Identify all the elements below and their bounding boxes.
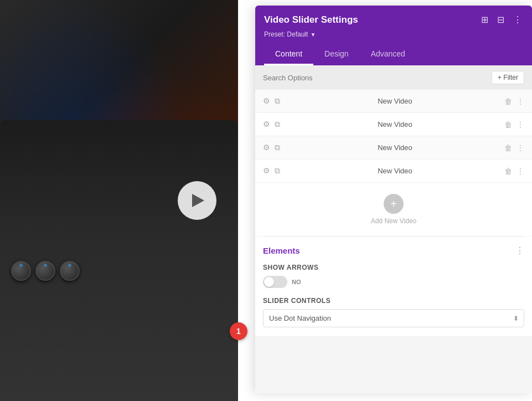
panel-menu-icon[interactable]: ⋮ bbox=[512, 13, 523, 26]
preset-arrow-icon[interactable]: ▼ bbox=[310, 32, 316, 38]
add-video-section: + Add New Video bbox=[255, 183, 532, 236]
video-item-label-3: New Video bbox=[286, 143, 504, 152]
slider-controls-label: Slider Controls bbox=[263, 297, 524, 305]
preset-row: Preset: Default ▼ bbox=[264, 30, 523, 38]
search-input-wrapper bbox=[263, 73, 492, 83]
badge: 1 bbox=[230, 322, 247, 340]
toggle-state-label: NO bbox=[292, 279, 301, 285]
copy-icon-3[interactable]: ⧉ bbox=[275, 143, 280, 152]
video-item-actions-1: 🗑 ⋮ bbox=[504, 97, 524, 106]
settings-icon-4[interactable]: ⚙ bbox=[263, 166, 270, 176]
tab-design[interactable]: Design bbox=[313, 44, 360, 65]
settings-icon-1[interactable]: ⚙ bbox=[263, 96, 270, 106]
preset-label: Preset: Default bbox=[264, 30, 308, 38]
resize-icon[interactable]: ⊞ bbox=[480, 13, 489, 26]
video-item-actions-4: 🗑 ⋮ bbox=[504, 167, 524, 176]
video-item-icons-1: ⚙ ⧉ bbox=[263, 96, 280, 106]
add-video-button[interactable]: + bbox=[384, 194, 404, 214]
elements-menu-icon[interactable]: ⋮ bbox=[515, 245, 524, 256]
more-icon-1[interactable]: ⋮ bbox=[516, 97, 524, 106]
knob-3 bbox=[60, 261, 80, 281]
video-item-icons-4: ⚙ ⧉ bbox=[263, 166, 280, 176]
panel-header: Video Slider Settings ⊞ ⊟ ⋮ Preset: Defa… bbox=[255, 6, 532, 65]
copy-icon-4[interactable]: ⧉ bbox=[275, 166, 280, 176]
video-list: ⚙ ⧉ New Video 🗑 ⋮ ⚙ ⧉ New Video 🗑 ⋮ bbox=[255, 90, 532, 183]
video-item-icons-3: ⚙ ⧉ bbox=[263, 143, 280, 152]
video-item-icons-2: ⚙ ⧉ bbox=[263, 120, 280, 129]
toggle-row: NO bbox=[263, 276, 524, 288]
video-item-actions-2: 🗑 ⋮ bbox=[504, 120, 524, 129]
columns-icon[interactable]: ⊟ bbox=[496, 13, 505, 26]
tabs: Content Design Advanced bbox=[264, 44, 523, 65]
video-item: ⚙ ⧉ New Video 🗑 ⋮ bbox=[255, 160, 532, 183]
delete-icon-4[interactable]: 🗑 bbox=[504, 167, 512, 176]
play-button[interactable] bbox=[178, 181, 216, 220]
panel-title-row: Video Slider Settings ⊞ ⊟ ⋮ bbox=[264, 13, 523, 26]
delete-icon-1[interactable]: 🗑 bbox=[504, 97, 512, 106]
panel-title: Video Slider Settings bbox=[264, 14, 358, 25]
video-item-label-2: New Video bbox=[286, 120, 504, 128]
machine-knobs bbox=[11, 261, 80, 281]
panel-header-icons: ⊞ ⊟ ⋮ bbox=[480, 13, 523, 26]
video-item-label-4: New Video bbox=[286, 167, 504, 175]
show-arrows-label: Show Arrows bbox=[263, 264, 524, 271]
delete-icon-2[interactable]: 🗑 bbox=[504, 120, 512, 129]
show-arrows-toggle[interactable] bbox=[263, 276, 287, 288]
video-item: ⚙ ⧉ New Video 🗑 ⋮ bbox=[255, 136, 532, 160]
filter-button[interactable]: + Filter bbox=[492, 71, 524, 84]
add-video-label: Add New Video bbox=[371, 217, 417, 225]
toggle-knob bbox=[264, 277, 274, 287]
panel-body: + Filter ⚙ ⧉ New Video 🗑 ⋮ ⚙ ⧉ bbox=[255, 65, 532, 393]
search-bar: + Filter bbox=[255, 65, 532, 90]
video-item-actions-3: 🗑 ⋮ bbox=[504, 143, 524, 152]
section-header: Elements ⋮ bbox=[263, 245, 524, 256]
copy-icon-1[interactable]: ⧉ bbox=[275, 96, 280, 106]
play-triangle-icon bbox=[192, 194, 204, 207]
settings-icon-3[interactable]: ⚙ bbox=[263, 143, 270, 152]
video-item: ⚙ ⧉ New Video 🗑 ⋮ bbox=[255, 90, 532, 113]
dot-1[interactable] bbox=[244, 385, 249, 390]
tab-advanced[interactable]: Advanced bbox=[360, 44, 416, 65]
delete-icon-3[interactable]: 🗑 bbox=[504, 143, 512, 152]
more-icon-3[interactable]: ⋮ bbox=[516, 143, 524, 152]
search-input[interactable] bbox=[263, 74, 492, 82]
tab-content[interactable]: Content bbox=[264, 44, 313, 65]
knob-2 bbox=[35, 261, 55, 281]
slider-controls-select[interactable]: Use Dot Navigation Use Arrow Navigation … bbox=[263, 309, 524, 327]
slider-controls-select-wrapper: Use Dot Navigation Use Arrow Navigation … bbox=[263, 309, 524, 327]
copy-icon-2[interactable]: ⧉ bbox=[275, 120, 280, 129]
elements-section: Elements ⋮ Show Arrows NO Slider Control… bbox=[255, 237, 532, 336]
more-icon-2[interactable]: ⋮ bbox=[516, 120, 524, 129]
video-item: ⚙ ⧉ New Video 🗑 ⋮ bbox=[255, 113, 532, 136]
knob-1 bbox=[11, 261, 31, 281]
settings-panel: Video Slider Settings ⊞ ⊟ ⋮ Preset: Defa… bbox=[255, 6, 532, 393]
settings-icon-2[interactable]: ⚙ bbox=[263, 120, 270, 129]
more-icon-4[interactable]: ⋮ bbox=[516, 167, 524, 176]
elements-title: Elements bbox=[263, 246, 300, 255]
video-item-label-1: New Video bbox=[286, 97, 504, 105]
